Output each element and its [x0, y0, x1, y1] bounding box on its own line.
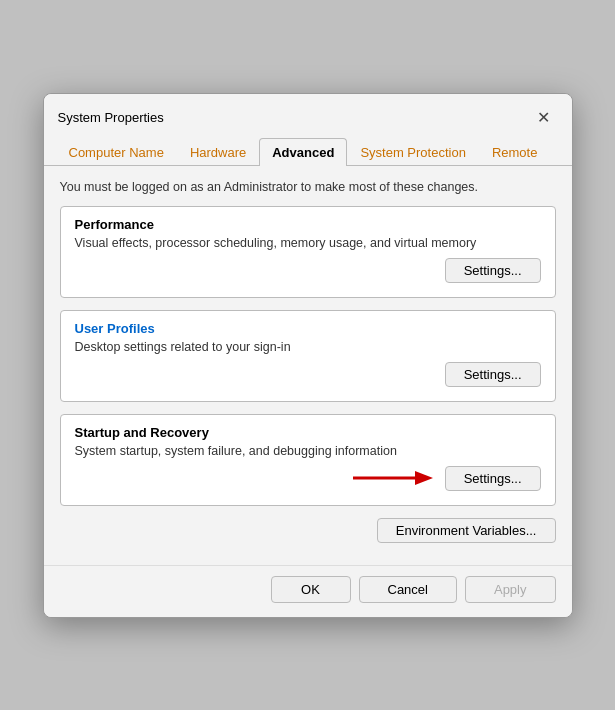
performance-settings-button[interactable]: Settings... — [445, 258, 541, 283]
apply-button[interactable]: Apply — [465, 576, 556, 603]
dialog-footer: OK Cancel Apply — [44, 565, 572, 617]
dialog-title: System Properties — [58, 110, 164, 125]
performance-description: Visual effects, processor scheduling, me… — [75, 236, 541, 250]
startup-recovery-settings-button[interactable]: Settings... — [445, 466, 541, 491]
system-properties-dialog: System Properties ✕ Computer Name Hardwa… — [43, 93, 573, 618]
startup-recovery-footer: Settings... — [75, 466, 541, 491]
tab-content: You must be logged on as an Administrato… — [44, 166, 572, 565]
admin-notice: You must be logged on as an Administrato… — [60, 180, 556, 194]
startup-recovery-section: Startup and Recovery System startup, sys… — [60, 414, 556, 506]
tab-advanced[interactable]: Advanced — [259, 138, 347, 166]
performance-footer: Settings... — [75, 258, 541, 283]
ok-button[interactable]: OK — [271, 576, 351, 603]
startup-recovery-description: System startup, system failure, and debu… — [75, 444, 541, 458]
tab-computer-name[interactable]: Computer Name — [56, 138, 177, 166]
user-profiles-settings-button[interactable]: Settings... — [445, 362, 541, 387]
cancel-button[interactable]: Cancel — [359, 576, 457, 603]
startup-recovery-title: Startup and Recovery — [75, 425, 541, 440]
tab-bar: Computer Name Hardware Advanced System P… — [44, 138, 572, 166]
red-arrow-icon — [353, 466, 433, 490]
user-profiles-title: User Profiles — [75, 321, 541, 336]
tab-system-protection[interactable]: System Protection — [347, 138, 479, 166]
performance-section: Performance Visual effects, processor sc… — [60, 206, 556, 298]
environment-variables-button[interactable]: Environment Variables... — [377, 518, 556, 543]
user-profiles-section: User Profiles Desktop settings related t… — [60, 310, 556, 402]
user-profiles-description: Desktop settings related to your sign-in — [75, 340, 541, 354]
close-button[interactable]: ✕ — [530, 104, 558, 132]
user-profiles-footer: Settings... — [75, 362, 541, 387]
tab-remote[interactable]: Remote — [479, 138, 551, 166]
performance-title: Performance — [75, 217, 541, 232]
env-variables-row: Environment Variables... — [60, 518, 556, 543]
tab-hardware[interactable]: Hardware — [177, 138, 259, 166]
svg-marker-1 — [415, 471, 433, 485]
title-bar: System Properties ✕ — [44, 94, 572, 138]
